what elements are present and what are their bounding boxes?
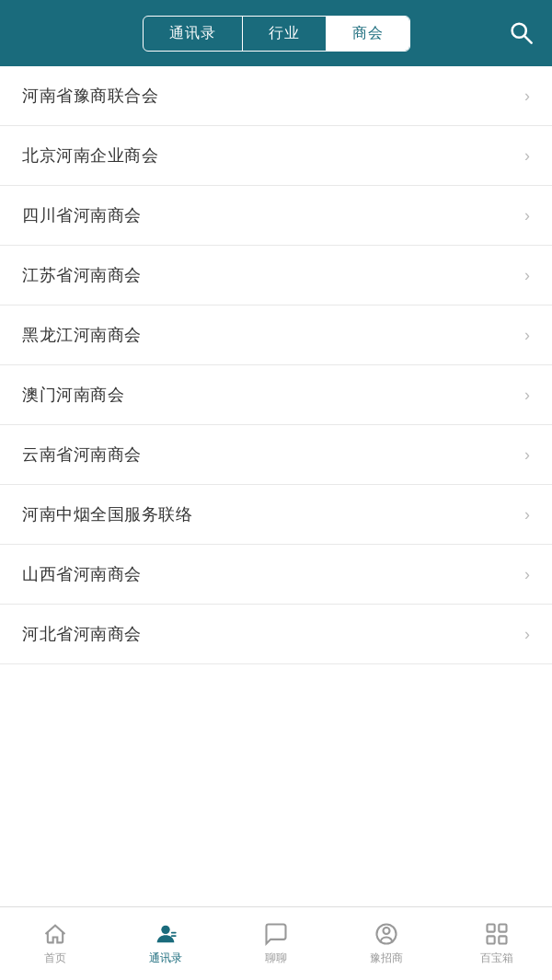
list-item[interactable]: 四川省河南商会 › [0,186,552,246]
svg-point-6 [384,928,390,934]
svg-rect-9 [488,936,495,943]
nav-home-label: 首页 [44,951,66,966]
nav-chat[interactable]: 聊聊 [221,907,331,980]
nav-toolbox[interactable]: 百宝箱 [442,907,552,980]
search-button[interactable] [508,19,534,48]
chevron-right-icon: › [524,266,530,285]
nav-toolbox-label: 百宝箱 [480,951,513,966]
list-item-text: 云南省河南商会 [22,444,142,466]
svg-rect-4 [171,935,177,937]
chevron-right-icon: › [524,146,530,166]
bottom-nav: 首页 通讯录 聊聊 豫招商 百宝箱 [0,906,552,980]
chevron-right-icon: › [524,86,530,106]
svg-point-2 [161,926,169,934]
user-circle-icon [374,921,399,947]
tab-contacts[interactable]: 通讯录 [144,17,243,51]
svg-rect-3 [171,932,177,934]
list-item-text: 河南省豫商联合会 [22,85,158,107]
list-item[interactable]: 河南中烟全国服务联络 › [0,485,552,545]
grid-icon [484,921,510,947]
chevron-right-icon: › [524,206,530,225]
list-item-text: 河南中烟全国服务联络 [22,503,192,525]
list-item[interactable]: 河南省豫商联合会 › [0,66,552,126]
list-item-text: 山西省河南商会 [22,563,142,585]
list-item[interactable]: 北京河南企业商会 › [0,126,552,186]
tab-group: 通讯录 行业 商会 [143,16,410,52]
svg-rect-8 [499,925,506,932]
list-item-text: 北京河南企业商会 [22,144,158,167]
tab-chamber[interactable]: 商会 [327,17,409,51]
svg-rect-10 [499,936,506,943]
nav-yuzhaoshang[interactable]: 豫招商 [331,907,442,980]
contacts-icon [153,921,178,947]
nav-home[interactable]: 首页 [0,907,110,980]
list-item[interactable]: 黑龙江河南商会 › [0,306,552,365]
list-item-text: 黑龙江河南商会 [22,324,142,346]
chevron-right-icon: › [524,625,530,644]
svg-line-1 [524,36,532,43]
nav-contacts[interactable]: 通讯录 [110,907,221,980]
list-item-text: 江苏省河南商会 [22,264,142,286]
chevron-right-icon: › [524,445,530,465]
list-item[interactable]: 澳门河南商会 › [0,365,552,425]
list-item[interactable]: 云南省河南商会 › [0,425,552,485]
home-icon [42,921,68,947]
chat-icon [263,921,289,947]
nav-contacts-label: 通讯录 [149,951,182,966]
nav-yuzhaoshang-label: 豫招商 [370,951,403,966]
list-item[interactable]: 江苏省河南商会 › [0,246,552,306]
list-item-text: 河北省河南商会 [22,623,142,645]
list-item[interactable]: 河北省河南商会 › [0,605,552,664]
chevron-right-icon: › [524,565,530,584]
tab-industry[interactable]: 行业 [243,17,327,51]
list-item-text: 四川省河南商会 [22,204,142,226]
search-icon [508,19,534,45]
list-item-text: 澳门河南商会 [22,384,124,406]
chamber-list: 河南省豫商联合会 › 北京河南企业商会 › 四川省河南商会 › 江苏省河南商会 … [0,66,552,906]
chevron-right-icon: › [524,505,530,525]
chevron-right-icon: › [524,386,530,405]
nav-chat-label: 聊聊 [265,951,287,966]
chevron-right-icon: › [524,326,530,345]
list-item[interactable]: 山西省河南商会 › [0,545,552,605]
svg-rect-7 [488,925,495,932]
header: 通讯录 行业 商会 [0,0,552,66]
